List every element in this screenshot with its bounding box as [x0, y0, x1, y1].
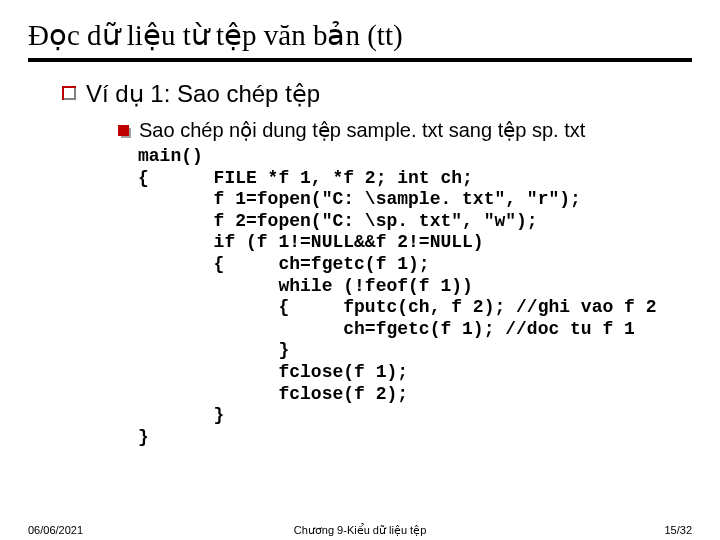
lvl2-text: Sao chép nội dung tệp sample. txt sang t…: [139, 118, 585, 142]
hollow-square-icon: [62, 86, 76, 100]
footer-page-number: 15/32: [664, 524, 692, 536]
footer-date: 06/06/2021: [28, 524, 83, 536]
slide: Đọc dữ liệu từ tệp văn bản (tt) Ví dụ 1:…: [0, 0, 720, 448]
bullet-level-2: Sao chép nội dung tệp sample. txt sang t…: [118, 118, 692, 142]
bullet-level-1: Ví dụ 1: Sao chép tệp: [62, 80, 692, 108]
lvl1-text: Ví dụ 1: Sao chép tệp: [86, 80, 320, 108]
footer-chapter: Chương 9-Kiểu dữ liệu tệp: [294, 524, 427, 537]
solid-square-icon: [118, 125, 129, 136]
code-block: main() { FILE *f 1, *f 2; int ch; f 1=fo…: [138, 146, 692, 448]
slide-title: Đọc dữ liệu từ tệp văn bản (tt): [28, 18, 692, 62]
